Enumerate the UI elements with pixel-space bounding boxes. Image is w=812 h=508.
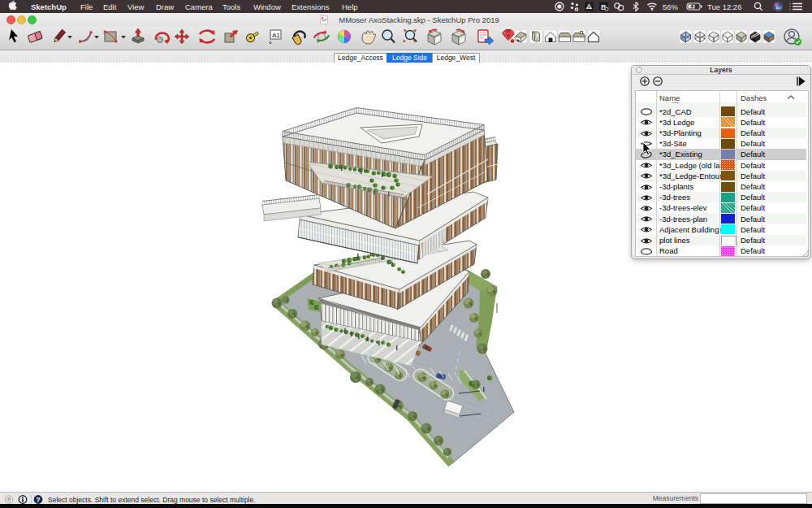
svg-text:A1: A1	[272, 32, 280, 39]
svg-text:Tue 12:26: Tue 12:26	[707, 2, 741, 11]
svg-text:56%: 56%	[663, 2, 679, 11]
svg-text:?: ?	[36, 496, 40, 504]
